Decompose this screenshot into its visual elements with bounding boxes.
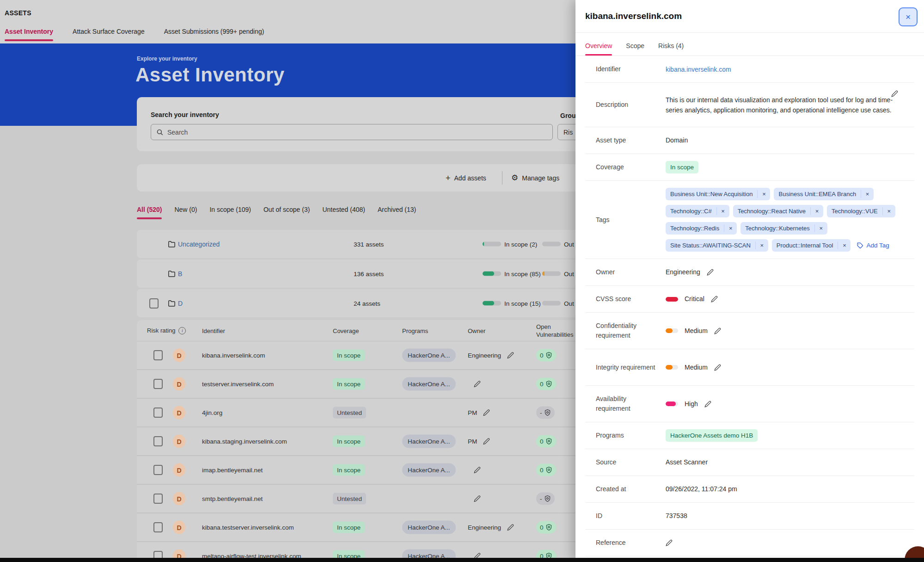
tag-label: Product::Internal Tool — [772, 242, 838, 249]
table-row[interactable]: D kibana.testserver.inverselink.com In s… — [137, 513, 645, 542]
severity-bar-fill — [666, 297, 678, 302]
edit-pencil-icon[interactable] — [707, 269, 714, 276]
owner-cell: PM — [468, 438, 490, 445]
tag-remove-icon[interactable]: × — [861, 190, 874, 198]
edit-pencil-icon[interactable] — [711, 296, 718, 303]
row-checkbox[interactable] — [153, 379, 163, 389]
edit-pencil-icon[interactable] — [474, 467, 481, 474]
filter-tab-out-of-scope[interactable]: Out of scope (3) — [263, 206, 310, 223]
risk-rating-badge: D — [173, 435, 185, 448]
in-scope-label: In scope (85) — [504, 270, 538, 277]
tag-remove-icon[interactable]: × — [716, 207, 729, 215]
owner-cell — [468, 495, 481, 502]
field-value: Asset Scanner — [666, 457, 914, 467]
identifier-link[interactable]: kibana.inverselink.com — [666, 66, 731, 73]
panel-tab-scope[interactable]: Scope — [626, 42, 644, 56]
filter-tab-in-scope[interactable]: In scope (109) — [209, 206, 251, 223]
row-checkbox[interactable] — [153, 465, 163, 475]
field-value: This is our internal data visualization … — [666, 95, 914, 115]
table-row[interactable]: D kibana.staging.inverselink.com In scop… — [137, 427, 645, 456]
folder-checkbox[interactable] — [149, 298, 159, 309]
edit-pencil-icon[interactable] — [483, 409, 490, 416]
table-row[interactable]: D testserver.inverselink.com In scope Ha… — [137, 370, 645, 399]
assets-table: Risk rating i Identifier Coverage Progra… — [137, 320, 645, 562]
field-value: Medium — [666, 363, 914, 372]
tab-attack-surface-coverage[interactable]: Attack Surface Coverage — [73, 28, 145, 45]
owner-cell — [468, 467, 481, 474]
add-tag-button[interactable]: Add Tag — [857, 242, 889, 249]
edit-pencil-icon[interactable] — [483, 438, 490, 445]
edit-pencil-icon[interactable] — [714, 327, 721, 334]
tab-asset-inventory[interactable]: Asset Inventory — [5, 28, 53, 45]
row-checkbox[interactable] — [153, 494, 163, 504]
asset-identifier[interactable]: testserver.inverselink.com — [202, 381, 274, 388]
field-label: Reference — [596, 538, 666, 548]
tag-remove-icon[interactable]: × — [724, 224, 737, 232]
tab-asset-submissions[interactable]: Asset Submissions (999+ pending) — [164, 28, 264, 45]
table-row[interactable]: D imap.bentleyemail.net In scope HackerO… — [137, 456, 645, 485]
row-checkbox[interactable] — [153, 522, 163, 532]
filter-tab-untested[interactable]: Untested (408) — [322, 206, 365, 223]
plus-icon: + — [446, 174, 451, 182]
severity-bar-fill — [666, 365, 673, 370]
tag-pill: Business Unit::New Acquisition× — [666, 188, 770, 200]
column-header-programs: Programs — [402, 327, 428, 334]
vulnerability-count: 0 — [540, 381, 544, 388]
row-checkbox[interactable] — [153, 408, 163, 418]
panel-tab-risks[interactable]: Risks (4) — [658, 42, 684, 56]
table-row[interactable]: D smtp.bentleyemail.net Untested - — [137, 485, 645, 513]
asset-identifier[interactable]: smtp.bentleyemail.net — [202, 495, 263, 502]
info-icon[interactable]: i — [178, 327, 186, 334]
add-assets-button[interactable]: + Add assets — [446, 164, 486, 191]
asset-identifier[interactable]: imap.bentleyemail.net — [202, 467, 263, 474]
tag-remove-icon[interactable]: × — [838, 241, 851, 249]
row-checkbox[interactable] — [153, 350, 163, 360]
table-row[interactable]: D kibana.inverselink.com In scope Hacker… — [137, 341, 645, 370]
folder-link[interactable]: Uncategorized — [178, 241, 220, 248]
edit-pencil-icon[interactable] — [891, 90, 898, 97]
shield-icon — [544, 495, 551, 502]
edit-pencil-icon[interactable] — [666, 539, 673, 546]
asset-identifier[interactable]: kibana.staging.inverselink.com — [202, 438, 287, 445]
table-row[interactable]: D 4jin.org Untested PM - — [137, 399, 645, 427]
row-checkbox[interactable] — [153, 436, 163, 446]
edit-pencil-icon[interactable] — [507, 352, 514, 359]
tag-remove-icon[interactable]: × — [814, 224, 827, 232]
tag-remove-icon[interactable]: × — [755, 241, 768, 249]
panel-field-created-at: Created at09/26/2022, 11:07:24 pm — [585, 476, 914, 503]
filter-tab-all[interactable]: All (520) — [137, 206, 162, 223]
folder-link[interactable]: D — [178, 300, 183, 307]
edit-pencil-icon[interactable] — [704, 401, 711, 408]
field-label: ID — [596, 511, 666, 521]
manage-tags-button[interactable]: ⚙ Manage tags — [511, 164, 559, 191]
asset-identifier[interactable]: kibana.inverselink.com — [202, 352, 265, 359]
folder-row[interactable]: D 24 assets In scope (15) Out of s — [137, 289, 645, 317]
column-header-owner: Owner — [468, 327, 485, 334]
vulnerability-count: 0 — [540, 467, 544, 474]
search-input[interactable]: Search — [151, 124, 553, 140]
panel-field-availability-requirement: Availability requirementHigh — [585, 386, 914, 422]
field-value: In scope — [666, 161, 914, 173]
risk-rating-badge: D — [173, 492, 185, 506]
severity-bar — [666, 328, 678, 333]
edit-pencil-icon[interactable] — [474, 495, 481, 502]
tag-remove-icon[interactable]: × — [882, 207, 895, 215]
open-vulnerabilities-pill: 0 — [536, 521, 556, 534]
asset-identifier[interactable]: kibana.testserver.inverselink.com — [202, 524, 294, 531]
close-button[interactable]: × — [899, 7, 918, 26]
panel-tab-overview[interactable]: Overview — [585, 42, 612, 56]
edit-pencil-icon[interactable] — [474, 381, 481, 388]
edit-pencil-icon[interactable] — [714, 364, 721, 371]
edit-pencil-icon[interactable] — [507, 524, 514, 531]
folder-row[interactable]: B 136 assets In scope (85) Out of s — [137, 259, 645, 288]
filter-tab-new[interactable]: New (0) — [174, 206, 197, 223]
folder-link[interactable]: B — [178, 270, 182, 278]
tag-remove-icon[interactable]: × — [810, 207, 823, 215]
field-label: Owner — [596, 267, 666, 277]
coverage-pill: In scope — [333, 436, 365, 447]
folder-row[interactable]: Uncategorized 331 assets In scope (2) Ou… — [137, 230, 645, 258]
tag-remove-icon[interactable]: × — [757, 190, 770, 198]
asset-identifier[interactable]: 4jin.org — [202, 409, 222, 416]
program-pill: HackerOne A... — [402, 435, 456, 448]
filter-tab-archived[interactable]: Archived (13) — [378, 206, 416, 223]
